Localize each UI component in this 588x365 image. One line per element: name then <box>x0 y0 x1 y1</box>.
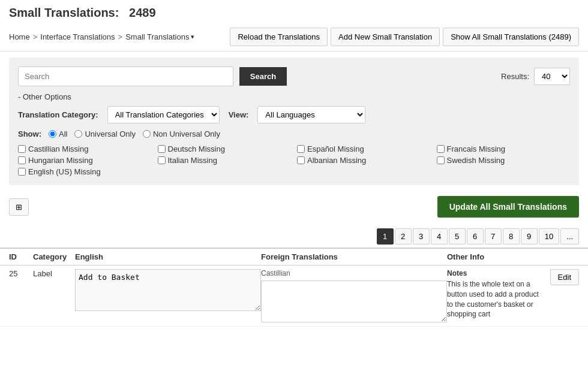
edit-button[interactable]: Edit <box>550 269 579 285</box>
update-all-button[interactable]: Update All Small Translations <box>437 196 579 218</box>
page-btn-9[interactable]: 9 <box>521 228 538 245</box>
show-row: Show: All Universal Only Non Universal O… <box>18 129 570 138</box>
checkbox-francais[interactable]: Francais Missing <box>437 144 571 153</box>
page-btn-5[interactable]: 5 <box>449 228 466 245</box>
other-options-toggle[interactable]: - Other Options <box>18 92 570 101</box>
show-nonuniversal-radio[interactable] <box>143 130 151 138</box>
grid-icon: ⊞ <box>16 203 22 212</box>
page-btn-6[interactable]: 6 <box>467 228 484 245</box>
header-foreign: Foreign Translations <box>261 252 447 261</box>
show-nonuniversal-label: Non Universal Only <box>153 129 220 138</box>
page-btn-4[interactable]: 4 <box>431 228 448 245</box>
show-all-button[interactable]: Show All Small Translations (2489) <box>443 28 579 46</box>
row-category: Label <box>33 269 75 278</box>
add-new-button[interactable]: Add New Small Translation <box>331 28 440 46</box>
breadcrumb-interface[interactable]: Interface Translations <box>40 32 115 41</box>
foreign-col-inner: Castillian <box>261 269 447 322</box>
results-select[interactable]: 10 20 40 80 100 <box>534 68 570 85</box>
page-btn-3[interactable]: 3 <box>413 228 430 245</box>
show-all-option[interactable]: All <box>49 129 67 138</box>
checkbox-espanol[interactable]: Español Missing <box>297 144 431 153</box>
page-btn-7[interactable]: 7 <box>485 228 502 245</box>
results-row: Results: 10 20 40 80 100 <box>501 68 570 85</box>
english-textarea[interactable]: Add to Basket <box>75 269 261 311</box>
table-row: 25 Label Add to Basket Castillian Notes … <box>0 266 588 327</box>
filter-row: Translation Category: All Translation Ca… <box>18 106 570 123</box>
foreign-lang-label: Castillian <box>261 269 447 277</box>
search-input[interactable] <box>18 67 233 86</box>
row-id: 25 <box>9 269 33 278</box>
header-id: ID <box>9 252 33 261</box>
header-buttons: Reload the Translations Add New Small Tr… <box>230 28 579 46</box>
show-nonuniversal-option[interactable]: Non Universal Only <box>143 129 220 138</box>
grid-icon-button[interactable]: ⊞ <box>9 198 29 216</box>
page-btn-8[interactable]: 8 <box>503 228 520 245</box>
page-title-count: 2489 <box>129 6 156 19</box>
show-label: Show: <box>18 129 41 138</box>
checkbox-albanian[interactable]: Albanian Missing <box>297 156 431 165</box>
page-btn-10[interactable]: 10 <box>539 228 559 245</box>
show-universal-radio[interactable] <box>74 130 82 138</box>
notes-text: This is the whole text on a button used … <box>447 279 545 319</box>
row-foreign: Castillian <box>261 269 447 322</box>
header-category: Category <box>33 252 75 261</box>
breadcrumb-bar: Home > Interface Translations > Small Tr… <box>0 23 588 52</box>
category-select[interactable]: All Translation Categories <box>107 106 220 123</box>
missing-checkboxes: Castillian Missing Deutsch Missing Españ… <box>18 144 570 176</box>
breadcrumb-small-translations: Small Translations <box>125 32 189 41</box>
header-info: Other Info <box>447 252 579 261</box>
show-universal-option[interactable]: Universal Only <box>74 129 136 138</box>
breadcrumb-chevron-icon[interactable]: ▾ <box>191 33 194 41</box>
view-label: View: <box>229 110 249 119</box>
reload-button[interactable]: Reload the Translations <box>230 28 328 46</box>
checkbox-english-us[interactable]: English (US) Missing <box>18 167 152 176</box>
search-and-results-row: Search Results: 10 20 40 80 100 <box>18 67 570 86</box>
view-select[interactable]: All Languages <box>257 106 365 123</box>
breadcrumb-sep-2: > <box>118 32 123 41</box>
row-info: Notes This is the whole text on a button… <box>447 269 579 319</box>
checkbox-swedish[interactable]: Swedish Missing <box>437 156 571 165</box>
breadcrumb-home[interactable]: Home <box>9 32 30 41</box>
page-btn-more[interactable]: ... <box>560 228 579 245</box>
results-label: Results: <box>501 72 529 81</box>
foreign-textarea[interactable] <box>261 280 447 322</box>
show-all-label: All <box>59 129 67 138</box>
page-btn-1[interactable]: 1 <box>377 228 394 245</box>
header-english: English <box>75 252 261 261</box>
checkbox-italian[interactable]: Italian Missing <box>158 156 292 165</box>
breadcrumb: Home > Interface Translations > Small Tr… <box>9 32 194 41</box>
checkbox-deutsch[interactable]: Deutsch Missing <box>158 144 292 153</box>
search-section: Search Results: 10 20 40 80 100 - Other … <box>9 58 579 185</box>
row-english: Add to Basket <box>75 269 261 313</box>
breadcrumb-sep-1: > <box>33 32 38 41</box>
show-universal-label: Universal Only <box>85 129 136 138</box>
info-col-inner: Notes This is the whole text on a button… <box>447 269 545 319</box>
search-button[interactable]: Search <box>239 67 287 86</box>
page-btn-2[interactable]: 2 <box>395 228 412 245</box>
table-toolbar: ⊞ Update All Small Translations <box>0 191 588 222</box>
pagination: 1 2 3 4 5 6 7 8 9 10 ... <box>0 225 588 248</box>
checkbox-hungarian[interactable]: Hungarian Missing <box>18 156 152 165</box>
table-header: ID Category English Foreign Translations… <box>0 248 588 266</box>
breadcrumb-current: Small Translations ▾ <box>125 32 194 41</box>
show-all-radio[interactable] <box>49 130 56 138</box>
page-title-prefix: Small Translations: <box>9 6 119 19</box>
checkbox-castillian[interactable]: Castillian Missing <box>18 144 152 153</box>
notes-label: Notes <box>447 269 545 277</box>
category-label: Translation Category: <box>18 110 98 119</box>
